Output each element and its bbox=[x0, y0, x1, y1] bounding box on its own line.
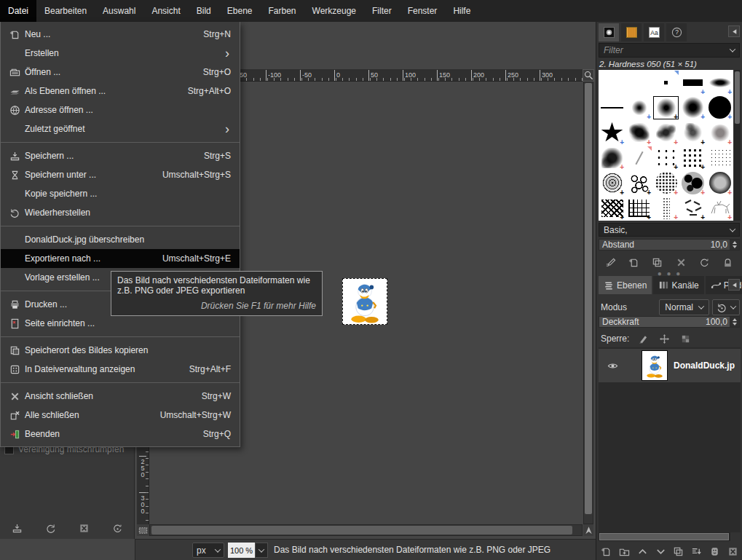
brush-delete-icon[interactable] bbox=[676, 257, 687, 268]
vertical-scrollbar[interactable] bbox=[583, 82, 593, 524]
brush-dots-fine[interactable] bbox=[706, 146, 733, 171]
menu-item-alle-schließen[interactable]: Alle schließenUmschalt+Strg+W bbox=[1, 406, 240, 425]
brush-soft-sm[interactable]: + bbox=[625, 95, 652, 121]
brush-grid[interactable]: + bbox=[625, 196, 652, 221]
canvas-image-donaldduck[interactable] bbox=[342, 278, 387, 325]
brush-edit-icon[interactable] bbox=[605, 257, 616, 268]
menu-item-als-ebenen-öffnen[interactable]: Als Ebenen öffnen ...Strg+Alt+O bbox=[1, 82, 240, 100]
merge-icon[interactable] bbox=[691, 546, 702, 557]
menu-item-adresse-öffnen[interactable]: Adresse öffnen ... bbox=[1, 100, 240, 119]
layers-dock-menu-button[interactable] bbox=[728, 279, 740, 291]
brush-tex-halftone[interactable]: + bbox=[706, 170, 733, 196]
brush-tex-camo[interactable]: + bbox=[679, 170, 706, 196]
save-tool-icon[interactable] bbox=[12, 523, 23, 534]
quickmask-toggle-button[interactable] bbox=[137, 524, 149, 536]
brush-line[interactable] bbox=[599, 95, 625, 121]
layer-row-donaldduck[interactable]: DonaldDuck.jp bbox=[599, 349, 741, 382]
patterns-tab-tab[interactable] bbox=[621, 23, 642, 42]
brush-blank[interactable] bbox=[625, 70, 652, 95]
brushes-tab-tab[interactable] bbox=[599, 23, 619, 42]
zoom-level-input[interactable]: 100 % bbox=[228, 543, 255, 558]
brush-grid-scrollbar[interactable] bbox=[734, 70, 741, 221]
brush-circle-solid[interactable]: + bbox=[706, 95, 733, 121]
mask-icon[interactable] bbox=[709, 546, 720, 557]
menu-item-in-dateiverwaltung-anzeigen[interactable]: In Dateiverwaltung anzeigenStrg+Alt+F bbox=[1, 360, 240, 379]
tab-kanäle[interactable]: Kanäle bbox=[653, 276, 703, 294]
brush-star[interactable]: + bbox=[599, 120, 625, 146]
brush-new-icon[interactable] bbox=[628, 257, 639, 268]
menubar-item-ebene[interactable]: Ebene bbox=[219, 0, 261, 22]
brush-hatch[interactable]: + bbox=[599, 196, 625, 221]
lock-move-icon[interactable] bbox=[659, 334, 670, 344]
layer-opacity-slider[interactable]: Deckkraft 100,0 bbox=[599, 316, 740, 328]
brush-open-icon[interactable] bbox=[722, 257, 733, 268]
brush-splat-dark[interactable]: + bbox=[625, 120, 652, 146]
vertical-scrollbar-thumb[interactable] bbox=[585, 83, 592, 514]
brush-stroke-faint[interactable] bbox=[625, 146, 652, 171]
menu-item-öffnen[interactable]: Öffnen ...Strg+O bbox=[1, 63, 240, 82]
delete-layer-icon[interactable] bbox=[727, 546, 738, 557]
menubar-item-datei[interactable]: Datei bbox=[0, 0, 36, 22]
horizontal-scrollbar-thumb[interactable] bbox=[151, 526, 572, 535]
brush-tex-honeycomb[interactable]: + bbox=[625, 170, 652, 196]
duplicate-layer-icon[interactable] bbox=[673, 546, 684, 557]
menu-item-beenden[interactable]: BeendenStrg+Q bbox=[1, 425, 240, 443]
menubar-item-hilfe[interactable]: Hilfe bbox=[445, 0, 478, 22]
brush-duplicate-icon[interactable] bbox=[652, 257, 663, 268]
eye-icon[interactable] bbox=[607, 360, 618, 371]
unit-dropdown[interactable]: px bbox=[192, 543, 224, 558]
menu-item-ansicht-schließen[interactable]: Ansicht schließenStrg+W bbox=[1, 387, 240, 406]
brush-grid-scrollbar-thumb[interactable] bbox=[735, 71, 740, 124]
fonts-tab-tab[interactable]: Aa bbox=[644, 23, 664, 42]
zoom-level-dropdown-button[interactable] bbox=[255, 543, 268, 558]
mode-dropdown[interactable]: Normal bbox=[659, 299, 709, 315]
brush-blank[interactable] bbox=[599, 70, 625, 95]
mode-switch-button[interactable] bbox=[712, 299, 740, 315]
brush-dots-sparse[interactable]: + bbox=[652, 146, 679, 171]
menubar-item-bild[interactable]: Bild bbox=[189, 0, 219, 22]
brush-soft-lg[interactable]: + bbox=[679, 95, 706, 121]
horizontal-scrollbar[interactable] bbox=[149, 524, 583, 536]
menubar-item-werkzeuge[interactable]: Werkzeuge bbox=[304, 0, 364, 22]
brush-tex-web[interactable]: + bbox=[599, 170, 625, 196]
menu-item-donaldduck-jpg-überschreiben[interactable]: DonaldDuck.jpg überschreiben bbox=[1, 230, 240, 249]
lock-alpha-icon[interactable] bbox=[680, 334, 691, 344]
menubar-item-filter[interactable]: Filter bbox=[364, 0, 400, 22]
brush-spacing-slider[interactable]: Abstand 10,0 bbox=[599, 239, 740, 251]
brush-blob-dark[interactable]: + bbox=[599, 146, 625, 171]
brush-filter-input[interactable]: Filter bbox=[599, 43, 740, 58]
menu-item-seite-einrichten[interactable]: Seite einrichten ... bbox=[1, 314, 240, 333]
menubar-item-bearbeiten[interactable]: Bearbeiten bbox=[36, 0, 95, 22]
menu-item-wiederherstellen[interactable]: Wiederherstellen bbox=[1, 203, 240, 222]
brush-goat[interactable]: + bbox=[706, 196, 733, 221]
layer-list-scrollbar[interactable] bbox=[599, 532, 741, 541]
brush-dots-med[interactable]: + bbox=[679, 146, 706, 171]
layer-list-scrollbar-thumb[interactable] bbox=[599, 533, 729, 540]
menu-item-zuletzt-geöffnet[interactable]: Zuletzt geöffnet› bbox=[1, 119, 240, 138]
delete-tool-icon[interactable] bbox=[79, 523, 90, 534]
document-history-tab-tab[interactable]: ? bbox=[666, 23, 687, 42]
brush-soft-md[interactable]: + bbox=[652, 95, 679, 121]
brush-splat-faint[interactable]: + bbox=[706, 120, 733, 146]
reset-tool-icon[interactable] bbox=[112, 523, 123, 534]
revert-tool-icon[interactable] bbox=[45, 523, 56, 534]
menu-item-kopie-speichern[interactable]: Kopie speichern ... bbox=[1, 184, 240, 203]
brush-splat-frizz[interactable]: + bbox=[652, 120, 679, 146]
brush-splat-soft[interactable]: + bbox=[679, 120, 706, 146]
lower-icon[interactable] bbox=[655, 546, 666, 557]
spacing-spinner[interactable] bbox=[730, 240, 739, 250]
raise-icon[interactable] bbox=[637, 546, 648, 557]
brush-bar[interactable]: + bbox=[679, 70, 706, 95]
group-new-icon[interactable] bbox=[619, 546, 630, 557]
menu-item-neu[interactable]: Neu ...Strg+N bbox=[1, 25, 240, 44]
menu-item-speichern-unter[interactable]: Speichern unter ...Umschalt+Strg+S bbox=[1, 165, 240, 184]
menu-item-speicherort-des-bildes-kopieren[interactable]: Speicherort des Bildes kopieren bbox=[1, 341, 240, 360]
menu-item-erstellen[interactable]: Erstellen› bbox=[1, 44, 240, 63]
brush-tex-speckle[interactable]: + bbox=[652, 170, 679, 196]
menubar-item-farben[interactable]: Farben bbox=[261, 0, 304, 22]
menubar-item-fenster[interactable]: Fenster bbox=[400, 0, 446, 22]
brush-ellipse[interactable]: + bbox=[706, 70, 733, 95]
brush-sparkle[interactable]: + bbox=[652, 196, 679, 221]
menubar-item-auswahl[interactable]: Auswahl bbox=[95, 0, 143, 22]
brushes-dock-menu-button[interactable] bbox=[728, 25, 740, 37]
